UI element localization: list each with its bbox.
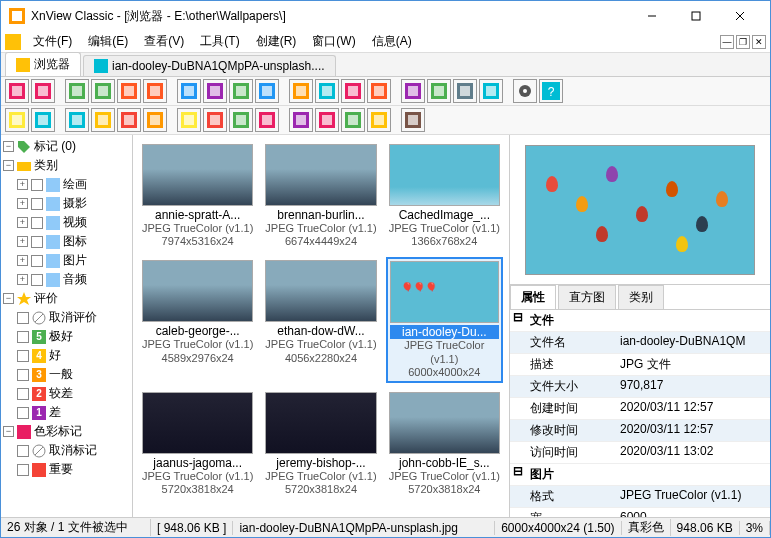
menu-edit[interactable]: 编辑(E) (80, 31, 136, 52)
checkbox[interactable] (17, 369, 29, 381)
toolbar-button[interactable] (229, 108, 253, 132)
checkbox[interactable] (17, 331, 29, 343)
toolbar-button[interactable] (5, 79, 29, 103)
tree-r4-label[interactable]: 好 (49, 347, 61, 364)
checkbox[interactable] (17, 407, 29, 419)
toolbar-button[interactable] (255, 79, 279, 103)
checkbox[interactable] (31, 255, 43, 267)
thumbnail-item[interactable]: ethan-dow-dW... JPEG TrueColor (v1.1) 40… (262, 257, 379, 383)
expander-icon[interactable]: − (3, 426, 14, 437)
toolbar-button[interactable] (401, 108, 425, 132)
tab-categories[interactable]: 类别 (618, 285, 664, 309)
toolbar-button[interactable] (203, 79, 227, 103)
toolbar-button[interactable] (341, 79, 365, 103)
toolbar-button[interactable] (427, 79, 451, 103)
toolbar-button[interactable] (65, 108, 89, 132)
expander-icon[interactable]: − (3, 160, 14, 171)
category-tree[interactable]: −标记 (0) −类别 +绘画+摄影+视频+图标+图片+音频 −评价 取消评价 … (1, 135, 133, 517)
toolbar-button[interactable] (289, 79, 313, 103)
toolbar-button[interactable] (177, 79, 201, 103)
checkbox[interactable] (31, 236, 43, 248)
expander-icon[interactable]: + (17, 217, 28, 228)
toolbar-button[interactable] (479, 79, 503, 103)
toolbar-button[interactable] (31, 108, 55, 132)
collapse-icon[interactable]: ⊟ (510, 464, 526, 485)
tree-r5-label[interactable]: 极好 (49, 328, 73, 345)
tree-tags-label[interactable]: 标记 (0) (34, 138, 76, 155)
thumbnail-item[interactable]: brennan-burlin... JPEG TrueColor (v1.1) … (262, 141, 379, 251)
toolbar-button[interactable] (367, 108, 391, 132)
toolbar-button[interactable] (315, 108, 339, 132)
toolbar-button[interactable] (401, 79, 425, 103)
toolbar-button[interactable] (143, 108, 167, 132)
help-button[interactable]: ? (539, 79, 563, 103)
expander-icon[interactable]: + (17, 274, 28, 285)
toolbar-button[interactable] (5, 108, 29, 132)
tree-uncolor-label[interactable]: 取消标记 (49, 442, 97, 459)
minimize-button[interactable] (630, 2, 674, 30)
expander-icon[interactable]: − (3, 141, 14, 152)
toolbar-button[interactable] (91, 79, 115, 103)
toolbar-button[interactable] (65, 79, 89, 103)
toolbar-button[interactable] (289, 108, 313, 132)
mdi-minimize-button[interactable]: — (720, 35, 734, 49)
close-button[interactable] (718, 2, 762, 30)
expander-icon[interactable]: − (3, 293, 14, 304)
toolbar-button[interactable] (315, 79, 339, 103)
toolbar-button[interactable] (117, 79, 141, 103)
tree-cat-label[interactable]: 绘画 (63, 176, 87, 193)
tab-properties[interactable]: 属性 (510, 285, 556, 309)
checkbox[interactable] (17, 312, 29, 324)
thumbnail-item[interactable]: ian-dooley-Du... JPEG TrueColor (v1.1) 6… (386, 257, 503, 383)
properties-panel[interactable]: ⊟文件 文件名ian-dooley-DuBNA1QM描述JPG 文件文件大小97… (510, 310, 770, 517)
tree-cat-label[interactable]: 图片 (63, 252, 87, 269)
checkbox[interactable] (31, 217, 43, 229)
toolbar-button[interactable] (341, 108, 365, 132)
toolbar-button[interactable] (367, 79, 391, 103)
checkbox[interactable] (17, 350, 29, 362)
checkbox[interactable] (31, 179, 43, 191)
checkbox[interactable] (17, 464, 29, 476)
menu-view[interactable]: 查看(V) (136, 31, 192, 52)
mdi-close-button[interactable]: ✕ (752, 35, 766, 49)
thumbnail-item[interactable]: CachedImage_... JPEG TrueColor (v1.1) 13… (386, 141, 503, 251)
expander-icon[interactable]: + (17, 236, 28, 247)
thumbnail-item[interactable]: jaanus-jagoma... JPEG TrueColor (v1.1) 5… (139, 389, 256, 499)
tab-file[interactable]: ian-dooley-DuBNA1QMpPA-unsplash.... (83, 55, 336, 76)
toolbar-button[interactable] (91, 108, 115, 132)
tree-cat-label[interactable]: 摄影 (63, 195, 87, 212)
tree-r2-label[interactable]: 较差 (49, 385, 73, 402)
thumbnail-item[interactable]: jeremy-bishop-... JPEG TrueColor (v1.1) … (262, 389, 379, 499)
tree-cat-label[interactable]: 音频 (63, 271, 87, 288)
toolbar-button[interactable] (143, 79, 167, 103)
checkbox[interactable] (31, 274, 43, 286)
thumbnail-item[interactable]: annie-spratt-A... JPEG TrueColor (v1.1) … (139, 141, 256, 251)
toolbar-button[interactable] (255, 108, 279, 132)
toolbar-button[interactable] (117, 108, 141, 132)
checkbox[interactable] (17, 445, 29, 457)
expander-icon[interactable]: + (17, 255, 28, 266)
collapse-icon[interactable]: ⊟ (510, 310, 526, 331)
checkbox[interactable] (17, 388, 29, 400)
tree-r3-label[interactable]: 一般 (49, 366, 73, 383)
tree-important-label[interactable]: 重要 (49, 461, 73, 478)
menu-window[interactable]: 窗口(W) (304, 31, 363, 52)
tree-cat-label[interactable]: 视频 (63, 214, 87, 231)
tree-unrate-label[interactable]: 取消评价 (49, 309, 97, 326)
tree-category-label[interactable]: 类别 (34, 157, 58, 174)
tab-histogram[interactable]: 直方图 (558, 285, 616, 309)
tab-browser[interactable]: 浏览器 (5, 52, 81, 76)
tree-r1-label[interactable]: 差 (49, 404, 61, 421)
expander-icon[interactable]: + (17, 179, 28, 190)
toolbar-button[interactable] (31, 79, 55, 103)
tree-cat-label[interactable]: 图标 (63, 233, 87, 250)
thumbnail-item[interactable]: john-cobb-IE_s... JPEG TrueColor (v1.1) … (386, 389, 503, 499)
thumbnail-item[interactable]: caleb-george-... JPEG TrueColor (v1.1) 4… (139, 257, 256, 383)
menu-create[interactable]: 创建(R) (248, 31, 305, 52)
mdi-restore-button[interactable]: ❐ (736, 35, 750, 49)
menu-file[interactable]: 文件(F) (25, 31, 80, 52)
checkbox[interactable] (31, 198, 43, 210)
expander-icon[interactable]: + (17, 198, 28, 209)
toolbar-button[interactable] (453, 79, 477, 103)
toolbar-button[interactable] (203, 108, 227, 132)
